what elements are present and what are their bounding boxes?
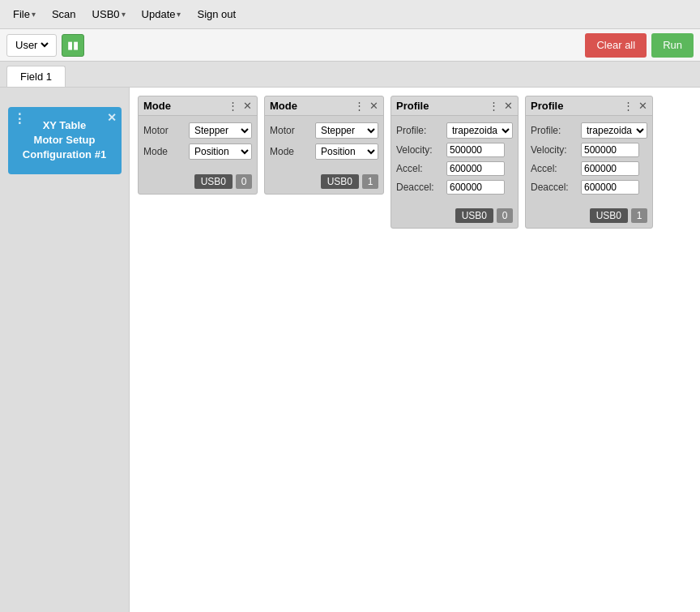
mode-panel-1-close-icon[interactable]: ✕ xyxy=(243,100,252,112)
profile-panel-1-title: Profile xyxy=(396,100,429,112)
config-line3: Configuration #1 xyxy=(18,148,112,162)
profile-panel-2-profile-select[interactable]: trapezoidal s-curve xyxy=(581,122,647,139)
profile-panel-2-header: Profile ⋮ ✕ xyxy=(526,96,652,116)
profile-panel-1-accel-label: Accel: xyxy=(396,163,443,174)
profile-panel-1-header: Profile ⋮ ✕ xyxy=(391,96,518,116)
profile-panel-1-icons: ⋮ ✕ xyxy=(489,100,513,112)
profile-panel-2-dots-icon[interactable]: ⋮ xyxy=(623,100,634,112)
config-card[interactable]: ⋮ ✕ XY Table Motor Setup Configuration #… xyxy=(8,107,122,174)
profile-panel-1-profile-row: Profile: trapezoidal s-curve xyxy=(396,122,513,139)
tabbar: Field 1 xyxy=(0,62,700,88)
menu-file-label: File xyxy=(13,8,30,20)
profile-panel-2-deaccel-input[interactable] xyxy=(581,180,639,195)
mode-panel-2-header: Mode ⋮ ✕ xyxy=(265,96,383,116)
mode-panel-2-dots-icon[interactable]: ⋮ xyxy=(354,100,365,112)
menubar: File ▾ Scan USB0 ▾ Update ▾ Sign out xyxy=(0,0,700,29)
mode-panel-1-dots-icon[interactable]: ⋮ xyxy=(228,100,238,112)
profile-panel-2-footer: USB0 1 xyxy=(526,205,652,228)
profile-panel-1-usb-button[interactable]: USB0 xyxy=(455,208,493,223)
sidebar: ⋮ ✕ XY Table Motor Setup Configuration #… xyxy=(0,88,130,612)
profile-panel-2-velocity-input[interactable] xyxy=(581,143,639,157)
mode-panel-1-mode-select[interactable]: Position Velocity xyxy=(189,143,252,160)
mode-panel-1-header: Mode ⋮ ✕ xyxy=(139,96,257,116)
mode-panel-1-title: Mode xyxy=(143,100,171,112)
profile-panel-1-velocity-input[interactable] xyxy=(446,143,505,157)
tab-field1-label: Field 1 xyxy=(20,71,52,83)
menu-update-label: Update xyxy=(142,8,176,20)
mode-panel-1-footer: USB0 0 xyxy=(139,171,257,194)
mode-panel-2-motor-select[interactable]: Stepper Servo xyxy=(315,122,378,139)
tab-field1[interactable]: Field 1 xyxy=(6,66,66,87)
main-content: ⋮ ✕ XY Table Motor Setup Configuration #… xyxy=(0,88,700,612)
profile-panel-1-deaccel-row: Deaccel: xyxy=(396,180,513,195)
mode-panel-2-motor-label: Motor xyxy=(270,125,312,136)
menu-update-arrow: ▾ xyxy=(177,10,181,19)
profile-panel-2-deaccel-label: Deaccel: xyxy=(531,182,578,193)
mode-panel-2-title: Mode xyxy=(270,100,297,112)
mode-panel-1-usb-button[interactable]: USB0 xyxy=(194,174,233,189)
profile-panel-2-velocity-label: Velocity: xyxy=(531,144,578,156)
profile-panel-2: Profile ⋮ ✕ Profile: trapezoidal s-curve… xyxy=(525,96,653,229)
profile-panel-2-usb-button[interactable]: USB0 xyxy=(590,208,628,223)
menu-file-arrow: ▾ xyxy=(32,10,36,19)
profile-panel-1-close-icon[interactable]: ✕ xyxy=(504,100,513,112)
mode-panel-1-usb-num: 0 xyxy=(236,174,252,189)
profile-panel-1-velocity-row: Velocity: xyxy=(396,143,513,157)
mode-panel-1-motor-label: Motor xyxy=(143,125,186,136)
run-button[interactable]: Run xyxy=(651,33,694,58)
profile-panel-2-body: Profile: trapezoidal s-curve Velocity: A… xyxy=(526,116,652,205)
mode-panel-2-mode-select[interactable]: Position Velocity xyxy=(315,143,378,160)
profile-panel-1-profile-select[interactable]: trapezoidal s-curve xyxy=(446,122,513,139)
menu-signout-label: Sign out xyxy=(197,8,236,20)
config-line2: Motor Setup xyxy=(18,133,112,148)
profile-panel-1-accel-row: Accel: xyxy=(396,161,513,176)
profile-panel-1-footer: USB0 0 xyxy=(391,205,518,228)
mode-panel-2: Mode ⋮ ✕ Motor Stepper Servo Mode xyxy=(264,96,384,195)
mode-panel-2-footer: USB0 1 xyxy=(265,171,383,194)
mode-panel-2-usb-num: 1 xyxy=(362,174,378,189)
profile-panel-1-body: Profile: trapezoidal s-curve Velocity: A… xyxy=(391,116,518,205)
user-select[interactable]: User xyxy=(12,38,51,52)
menu-usb-label: USB0 xyxy=(92,8,120,20)
profile-panel-2-close-icon[interactable]: ✕ xyxy=(638,100,647,112)
profile-panel-1-velocity-label: Velocity: xyxy=(396,144,443,156)
profile-panel-1-deaccel-label: Deaccel: xyxy=(396,182,443,193)
mode-panel-2-close-icon[interactable]: ✕ xyxy=(369,100,378,112)
profile-panel-1-deaccel-input[interactable] xyxy=(446,180,505,195)
user-select-container[interactable]: User xyxy=(6,34,57,57)
menu-update[interactable]: Update ▾ xyxy=(135,5,188,24)
config-card-dots-icon[interactable]: ⋮ xyxy=(13,110,26,128)
profile-panel-2-velocity-row: Velocity: xyxy=(531,143,647,157)
menu-scan[interactable]: Scan xyxy=(45,5,83,24)
grid-icon-button[interactable]: ▮▮ xyxy=(62,34,84,57)
menu-scan-label: Scan xyxy=(52,8,76,20)
mode-panel-2-usb-button[interactable]: USB0 xyxy=(321,174,359,189)
mode-panel-2-mode-row: Mode Position Velocity xyxy=(270,143,378,160)
profile-panel-1-profile-label: Profile: xyxy=(396,125,443,136)
config-line1: XY Table xyxy=(18,118,112,133)
menu-usb[interactable]: USB0 ▾ xyxy=(86,5,132,24)
config-card-close-icon[interactable]: ✕ xyxy=(107,110,117,126)
mode-panel-1-motor-select[interactable]: Stepper Servo xyxy=(189,122,252,139)
profile-panel-2-accel-label: Accel: xyxy=(531,163,578,174)
profile-panel-1-dots-icon[interactable]: ⋮ xyxy=(489,100,499,112)
mode-panel-2-mode-label: Mode xyxy=(270,146,312,157)
profile-panel-2-profile-label: Profile: xyxy=(531,125,578,136)
config-card-title: XY Table Motor Setup Configuration #1 xyxy=(18,118,112,163)
profile-panel-1-accel-input[interactable] xyxy=(446,161,505,176)
menu-signout[interactable]: Sign out xyxy=(190,5,242,24)
mode-panel-2-body: Motor Stepper Servo Mode Position Veloci… xyxy=(265,116,383,171)
profile-panel-2-accel-input[interactable] xyxy=(581,161,639,176)
profile-panel-2-icons: ⋮ ✕ xyxy=(623,100,647,112)
mode-panel-1: Mode ⋮ ✕ Motor Stepper Servo Mode xyxy=(138,96,258,195)
menu-file[interactable]: File ▾ xyxy=(6,5,42,24)
profile-panel-1: Profile ⋮ ✕ Profile: trapezoidal s-curve… xyxy=(391,96,519,229)
profile-panel-2-usb-num: 1 xyxy=(631,208,647,223)
toolbar: User ▮▮ Clear all Run xyxy=(0,29,700,62)
mode-panel-1-icons: ⋮ ✕ xyxy=(228,100,252,112)
profile-panel-2-accel-row: Accel: xyxy=(531,161,647,176)
profile-panel-1-usb-num: 0 xyxy=(497,208,513,223)
mode-panel-1-mode-label: Mode xyxy=(143,146,186,157)
profile-panel-2-profile-row: Profile: trapezoidal s-curve xyxy=(531,122,647,139)
clear-all-button[interactable]: Clear all xyxy=(585,33,647,58)
